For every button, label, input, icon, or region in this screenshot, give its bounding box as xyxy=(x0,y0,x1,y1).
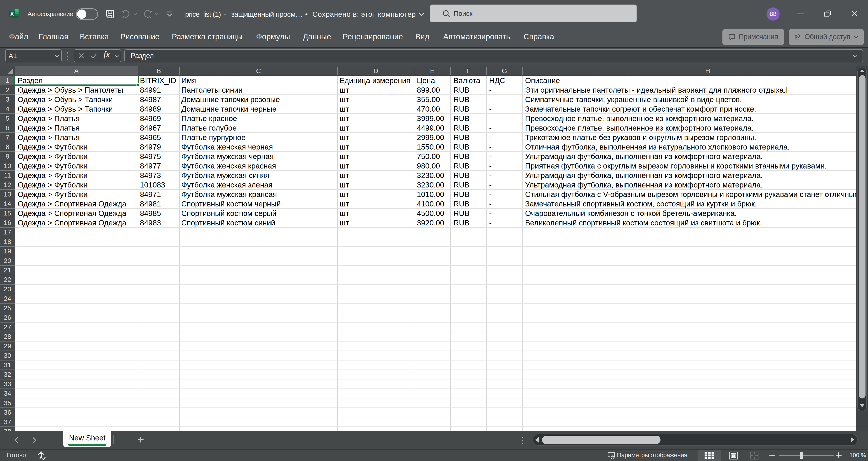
svg-text:X: X xyxy=(10,11,14,17)
